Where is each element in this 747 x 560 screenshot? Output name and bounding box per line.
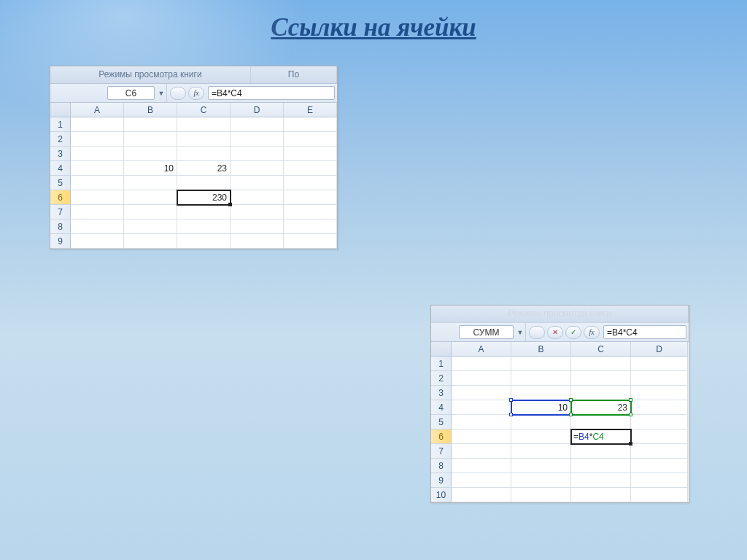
- cell[interactable]: [231, 117, 284, 132]
- cell[interactable]: [631, 488, 688, 502]
- formula-input[interactable]: =B4*C4: [208, 86, 335, 100]
- cell[interactable]: [631, 357, 688, 371]
- col-header[interactable]: B: [124, 103, 177, 117]
- row-header[interactable]: 8: [431, 459, 452, 473]
- name-box-dropdown-icon[interactable]: ▼: [515, 323, 525, 341]
- name-box[interactable]: C6: [107, 86, 155, 100]
- row-header[interactable]: 8: [50, 219, 71, 234]
- cell[interactable]: [452, 488, 511, 502]
- cell[interactable]: [631, 415, 688, 429]
- cell[interactable]: [124, 205, 177, 219]
- col-header[interactable]: E: [284, 103, 337, 117]
- cell[interactable]: [631, 473, 688, 488]
- cell[interactable]: [511, 473, 571, 488]
- cell[interactable]: [571, 473, 631, 488]
- col-header[interactable]: D: [231, 103, 284, 117]
- cell[interactable]: [124, 132, 177, 147]
- spreadsheet-grid[interactable]: A B C D E 1 2 3 4 10 23 5 6 230 7 8 9: [50, 103, 337, 249]
- row-header[interactable]: 3: [431, 386, 452, 400]
- cell[interactable]: [284, 161, 337, 176]
- cell[interactable]: [177, 147, 231, 161]
- cell[interactable]: [452, 386, 511, 400]
- cell[interactable]: [511, 459, 571, 473]
- cell[interactable]: [71, 147, 124, 161]
- row-header[interactable]: 10: [431, 488, 452, 502]
- cell[interactable]: [452, 400, 511, 415]
- cell[interactable]: [452, 357, 511, 371]
- cell[interactable]: [452, 415, 511, 429]
- fx-button[interactable]: fx: [188, 87, 204, 100]
- cell[interactable]: [571, 488, 631, 502]
- cell[interactable]: [452, 459, 511, 473]
- row-header[interactable]: 9: [50, 234, 71, 249]
- row-header[interactable]: 7: [431, 444, 452, 459]
- row-header[interactable]: 5: [431, 415, 452, 429]
- cell[interactable]: [124, 176, 177, 190]
- cell[interactable]: [511, 371, 571, 386]
- cell[interactable]: [571, 386, 631, 400]
- cancel-button[interactable]: ✕: [547, 326, 563, 339]
- cell[interactable]: [231, 147, 284, 161]
- row-header[interactable]: 6: [50, 190, 71, 205]
- cell[interactable]: [284, 176, 337, 190]
- cell[interactable]: [124, 190, 177, 205]
- row-header[interactable]: 6: [431, 429, 452, 444]
- cell[interactable]: [231, 132, 284, 147]
- cell[interactable]: [631, 371, 688, 386]
- cell[interactable]: [511, 429, 571, 444]
- row-header[interactable]: 1: [50, 117, 71, 132]
- row-header[interactable]: 3: [50, 147, 71, 161]
- cell-c6-editing[interactable]: =B4*C4: [571, 429, 631, 444]
- row-header[interactable]: 4: [50, 161, 71, 176]
- cell[interactable]: [511, 444, 571, 459]
- cell[interactable]: [511, 357, 571, 371]
- cell[interactable]: [231, 219, 284, 234]
- cell[interactable]: [231, 190, 284, 205]
- cell[interactable]: [231, 176, 284, 190]
- cell[interactable]: [571, 459, 631, 473]
- enter-button[interactable]: ✓: [565, 326, 581, 339]
- cell[interactable]: [571, 357, 631, 371]
- cell[interactable]: [284, 190, 337, 205]
- cell[interactable]: [511, 415, 571, 429]
- cell[interactable]: [124, 117, 177, 132]
- cell[interactable]: [284, 132, 337, 147]
- cell[interactable]: [177, 219, 231, 234]
- row-header[interactable]: 5: [50, 176, 71, 190]
- cell[interactable]: [71, 176, 124, 190]
- cell-b4-ref[interactable]: 10: [511, 400, 571, 415]
- cell[interactable]: [631, 459, 688, 473]
- col-header[interactable]: D: [631, 342, 688, 357]
- select-all-corner[interactable]: [50, 103, 71, 117]
- cell[interactable]: [177, 117, 231, 132]
- cell[interactable]: [177, 205, 231, 219]
- row-header[interactable]: 1: [431, 357, 452, 371]
- col-header[interactable]: C: [571, 342, 631, 357]
- cell[interactable]: [177, 176, 231, 190]
- cell[interactable]: [71, 234, 124, 249]
- cell[interactable]: [124, 234, 177, 249]
- row-header[interactable]: 9: [431, 473, 452, 488]
- cell[interactable]: [71, 132, 124, 147]
- cell[interactable]: [511, 488, 571, 502]
- cell[interactable]: [571, 415, 631, 429]
- cell[interactable]: [284, 219, 337, 234]
- cell[interactable]: [71, 190, 124, 205]
- cell-b4[interactable]: 10: [124, 161, 177, 176]
- select-all-corner[interactable]: [431, 342, 452, 357]
- formula-input[interactable]: =B4*C4: [603, 325, 686, 339]
- col-header[interactable]: A: [71, 103, 124, 117]
- cell[interactable]: [284, 205, 337, 219]
- cell[interactable]: [177, 132, 231, 147]
- cell[interactable]: [284, 234, 337, 249]
- cell[interactable]: [284, 147, 337, 161]
- cell[interactable]: [452, 371, 511, 386]
- cell[interactable]: [284, 117, 337, 132]
- name-box-dropdown-icon[interactable]: ▼: [156, 84, 166, 102]
- cell[interactable]: [231, 161, 284, 176]
- col-header[interactable]: C: [177, 103, 231, 117]
- cell[interactable]: [452, 429, 511, 444]
- cell[interactable]: [452, 473, 511, 488]
- cell[interactable]: [177, 234, 231, 249]
- name-box[interactable]: СУММ: [459, 325, 514, 339]
